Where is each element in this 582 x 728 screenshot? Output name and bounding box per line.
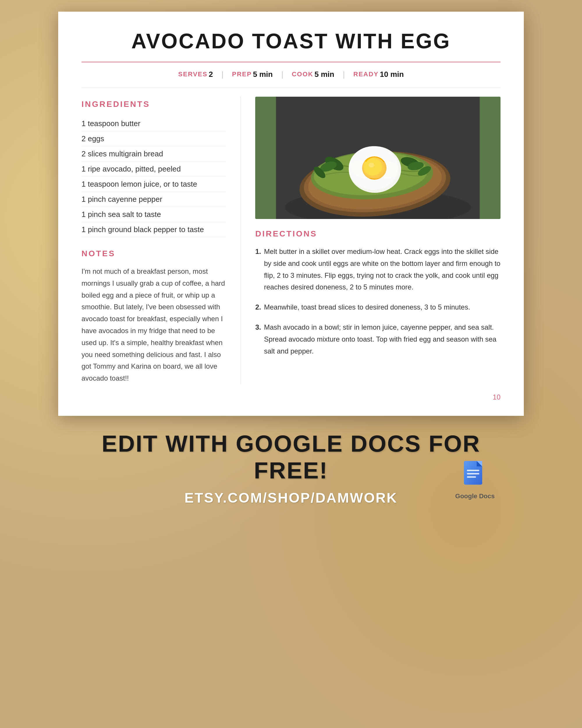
svg-rect-29 <box>467 476 476 477</box>
ingredient-item: 1 teaspoon butter <box>82 116 226 131</box>
prep-value: 5 min <box>253 70 273 79</box>
serves-value: 2 <box>209 70 213 79</box>
ingredient-item: 1 teaspoon lemon juice, or to taste <box>82 177 226 192</box>
ingredients-list: 1 teaspoon butter2 eggs2 slices multigra… <box>82 116 226 237</box>
recipe-page: AVOCADO TOAST WITH EGG SERVES 2 | PREP 5… <box>58 11 524 416</box>
title-divider <box>82 62 501 62</box>
ingredient-item: 1 pinch cayenne pepper <box>82 192 226 207</box>
bottom-banner: EDIT WITH GOOGLE DOCS FOR FREE! ETSY.COM… <box>58 416 524 517</box>
directions-list: Melt butter in a skillet over medium-low… <box>255 246 501 357</box>
serves-label: SERVES <box>178 71 207 78</box>
notes-heading: NOTES <box>82 249 226 258</box>
ready-value: 10 min <box>380 70 404 79</box>
sep-1: | <box>222 70 223 79</box>
direction-step: Mash avocado in a bowl; stir in lemon ju… <box>255 321 501 357</box>
banner-url: ETSY.COM/SHOP/DAMWORK <box>82 490 501 506</box>
notes-text: I'm not much of a breakfast person, most… <box>82 266 226 384</box>
ingredient-item: 2 slices multigrain bread <box>82 147 226 162</box>
page-number: 10 <box>82 393 501 401</box>
left-column: INGREDIENTS 1 teaspoon butter2 eggs2 sli… <box>82 97 241 384</box>
prep-label: PREP <box>232 71 252 78</box>
banner-title: EDIT WITH GOOGLE DOCS FOR FREE! <box>82 431 501 484</box>
directions-heading: DIRECTIONS <box>255 229 501 238</box>
svg-rect-27 <box>467 470 479 471</box>
svg-rect-28 <box>467 473 479 474</box>
recipe-image <box>255 97 501 219</box>
direction-step: Meanwhile, toast bread slices to desired… <box>255 302 501 313</box>
notes-section: NOTES I'm not much of a breakfast person… <box>82 249 226 384</box>
cook-value: 5 min <box>314 70 334 79</box>
ingredient-item: 1 pinch sea salt to taste <box>82 207 226 222</box>
ingredient-item: 1 pinch ground black pepper to taste <box>82 222 226 237</box>
sep-2: | <box>281 70 283 79</box>
ingredient-item: 1 ripe avocado, pitted, peeled <box>82 162 226 177</box>
google-docs-icon: Google Docs <box>455 461 495 500</box>
content-area: INGREDIENTS 1 teaspoon butter2 eggs2 sli… <box>82 97 501 384</box>
ready-label: READY <box>353 71 379 78</box>
right-column: DIRECTIONS Melt butter in a skillet over… <box>241 97 501 384</box>
recipe-title: AVOCADO TOAST WITH EGG <box>82 29 501 53</box>
google-docs-label: Google Docs <box>455 492 495 500</box>
cook-label: COOK <box>292 71 313 78</box>
meta-row: SERVES 2 | PREP 5 min | COOK 5 min | REA… <box>82 70 501 79</box>
banner-wrapper: EDIT WITH GOOGLE DOCS FOR FREE! ETSY.COM… <box>58 416 524 517</box>
ingredient-item: 2 eggs <box>82 131 226 147</box>
ingredients-heading: INGREDIENTS <box>82 100 226 109</box>
google-docs-svg <box>463 461 487 490</box>
sep-3: | <box>343 70 345 79</box>
direction-step: Melt butter in a skillet over medium-low… <box>255 246 501 293</box>
